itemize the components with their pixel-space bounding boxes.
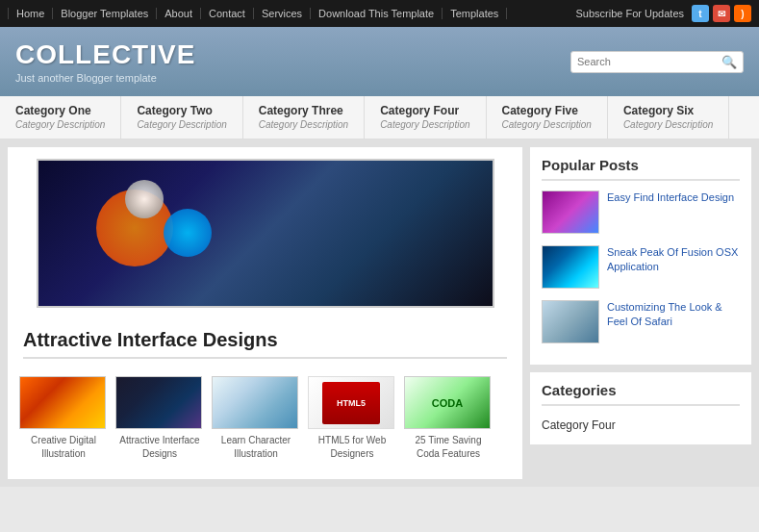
- category-list-item[interactable]: Category Four: [542, 416, 740, 435]
- pp-title-3[interactable]: Customizing The Look & Feel Of Safari: [607, 300, 740, 330]
- nav-about[interactable]: About: [157, 8, 201, 19]
- thumb-img-5: CODA: [404, 376, 491, 429]
- twitter-icon[interactable]: t: [692, 5, 709, 22]
- search-input[interactable]: [577, 56, 721, 67]
- site-header: COLLECTIVE Just another Blogger template…: [0, 27, 759, 96]
- popular-post-3: Customizing The Look & Feel Of Safari: [542, 300, 740, 343]
- popular-posts-section: Popular Posts Easy Find Interface Design…: [530, 147, 751, 365]
- thumb-5[interactable]: CODA 25 Time Saving Coda Features: [404, 376, 493, 460]
- thumb-label-2: Attractive Interface Designs: [119, 435, 199, 459]
- thumb-img-1: [19, 376, 106, 429]
- top-nav: Home Blogger Templates About Contact Ser…: [0, 0, 759, 27]
- cat-item-one[interactable]: Category One Category Description: [0, 96, 121, 139]
- featured-img-decoration: [125, 180, 164, 218]
- popular-post-2: Sneak Peak Of Fusion OSX Application: [542, 245, 740, 289]
- site-title: COLLECTIVE: [15, 39, 195, 70]
- email-icon[interactable]: ✉: [713, 5, 730, 22]
- cat-item-four[interactable]: Category Four Category Description: [365, 96, 486, 139]
- site-branding: COLLECTIVE Just another Blogger template: [15, 39, 195, 84]
- pp-thumb-3: [542, 300, 599, 343]
- thumb-img-2: [115, 376, 202, 429]
- divider: [23, 357, 507, 359]
- thumbnails-row: Creative Digital Illustration Attractive…: [8, 368, 522, 468]
- thumb-label-1: Creative Digital Illustration: [31, 435, 96, 459]
- thumb-label-5: 25 Time Saving Coda Features: [416, 435, 482, 459]
- popular-posts-title: Popular Posts: [542, 157, 740, 181]
- pp-thumb-1: [542, 190, 599, 234]
- nav-contact[interactable]: Contact: [201, 8, 254, 19]
- subscribe-label: Subscribe For Updates: [576, 8, 685, 19]
- main-wrapper: Attractive Interface Designs Creative Di…: [0, 139, 759, 487]
- cat-item-two[interactable]: Category Two Category Description: [121, 96, 242, 139]
- cat-item-six[interactable]: Category Six Category Description: [608, 96, 729, 139]
- categories-title: Categories: [542, 382, 740, 406]
- main-content: Attractive Interface Designs Creative Di…: [8, 147, 522, 479]
- nav-services[interactable]: Services: [254, 8, 311, 19]
- pp-thumb-2: [542, 245, 599, 289]
- thumb-1[interactable]: Creative Digital Illustration: [19, 376, 108, 460]
- thumb-3[interactable]: Learn Character Illustration: [212, 376, 300, 460]
- categories-list: Category Four: [542, 416, 740, 435]
- cat-item-five[interactable]: Category Five Category Description: [487, 96, 608, 139]
- nav-download[interactable]: Download This Template: [311, 8, 443, 19]
- thumb-img-3: [212, 376, 298, 429]
- rss-icon[interactable]: ): [734, 5, 751, 22]
- nav-home[interactable]: Home: [8, 8, 53, 19]
- content-title: Attractive Interface Designs: [8, 319, 522, 357]
- thumb-4[interactable]: HTML5 HTML5 for Web Designers: [308, 376, 396, 460]
- nav-templates[interactable]: Templates: [443, 8, 507, 19]
- pp-title-1[interactable]: Easy Find Interface Design: [607, 190, 734, 205]
- thumb-img-4: HTML5: [308, 376, 394, 429]
- featured-image: [37, 159, 494, 308]
- html5-book: HTML5: [322, 382, 380, 424]
- pp-title-2[interactable]: Sneak Peak Of Fusion OSX Application: [607, 245, 740, 275]
- search-icon[interactable]: 🔍: [721, 55, 737, 69]
- thumb-label-4: HTML5 for Web Designers: [318, 435, 386, 459]
- search-box[interactable]: 🔍: [570, 51, 744, 73]
- category-nav: Category One Category Description Catego…: [0, 96, 759, 139]
- nav-blogger-templates[interactable]: Blogger Templates: [53, 8, 157, 19]
- thumb-2[interactable]: Attractive Interface Designs: [115, 376, 204, 460]
- thumb-label-3: Learn Character Illustration: [221, 435, 291, 459]
- sidebar: Popular Posts Easy Find Interface Design…: [530, 147, 751, 479]
- cat-item-three[interactable]: Category Three Category Description: [243, 96, 365, 139]
- categories-section: Categories Category Four: [530, 372, 751, 444]
- popular-post-1: Easy Find Interface Design: [542, 190, 740, 234]
- social-icons: t ✉ ): [692, 5, 751, 22]
- site-subtitle: Just another Blogger template: [15, 72, 195, 84]
